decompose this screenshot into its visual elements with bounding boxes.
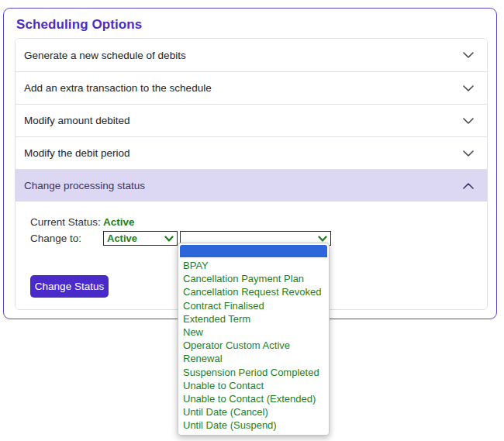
accordion-item-label: Generate a new schedule of debits: [24, 50, 186, 61]
chevron-up-icon: [463, 183, 474, 189]
accordion-item-generate-schedule[interactable]: Generate a new schedule of debits: [16, 39, 487, 71]
chevron-down-icon: [318, 236, 327, 242]
accordion-item-label: Modify amount debited: [24, 115, 130, 126]
accordion-item-change-processing-status[interactable]: Change processing status: [16, 169, 487, 202]
status-dropdown-list: BPAY Cancellation Payment Plan Cancellat…: [178, 243, 330, 436]
dropdown-option[interactable]: Until Date (Cancel): [180, 405, 327, 419]
change-to-label: Change to:: [30, 233, 103, 244]
dropdown-option[interactable]: Cancellation Request Revoked: [180, 285, 327, 298]
dropdown-option-selected-blank[interactable]: [180, 245, 327, 257]
current-status-value: Active: [103, 216, 135, 228]
dropdown-option[interactable]: Renewal: [180, 352, 327, 365]
page-title: Scheduling Options: [16, 17, 142, 33]
current-status-label: Current Status:: [30, 216, 103, 228]
dropdown-option[interactable]: Suspension Period Completed: [180, 366, 327, 379]
dropdown-option[interactable]: Cancellation Payment Plan: [180, 272, 327, 285]
dropdown-option[interactable]: Unable to Contact (Extended): [180, 392, 327, 405]
chevron-down-icon: [463, 85, 474, 91]
dropdown-option[interactable]: Until Date (Suspend): [180, 419, 327, 432]
change-status-button[interactable]: Change Status: [30, 275, 109, 298]
accordion-item-modify-amount[interactable]: Modify amount debited: [16, 104, 487, 136]
dropdown-option[interactable]: BPAY: [180, 259, 327, 272]
current-status-select-value: Active: [107, 233, 137, 244]
dropdown-options: BPAY Cancellation Payment Plan Cancellat…: [180, 259, 327, 432]
chevron-down-icon: [463, 118, 474, 124]
dropdown-option[interactable]: Unable to Contact: [180, 379, 327, 392]
dropdown-option[interactable]: Extended Term: [180, 312, 327, 326]
dropdown-option[interactable]: Operator Custom Active: [180, 339, 327, 352]
accordion-item-label: Modify the debit period: [24, 147, 130, 159]
chevron-down-icon: [463, 52, 474, 58]
chevron-down-icon: [463, 150, 474, 157]
accordion-item-label: Change processing status: [24, 180, 145, 191]
dropdown-option[interactable]: Contract Finalised: [180, 299, 327, 312]
accordion-item-modify-debit-period[interactable]: Modify the debit period: [16, 136, 487, 169]
accordion-item-label: Add an extra transaction to the schedule: [24, 82, 212, 94]
current-status-select[interactable]: Active: [103, 231, 178, 246]
chevron-down-icon: [164, 236, 174, 242]
accordion-item-extra-transaction[interactable]: Add an extra transaction to the schedule: [16, 71, 487, 104]
dropdown-option[interactable]: New: [180, 326, 327, 339]
